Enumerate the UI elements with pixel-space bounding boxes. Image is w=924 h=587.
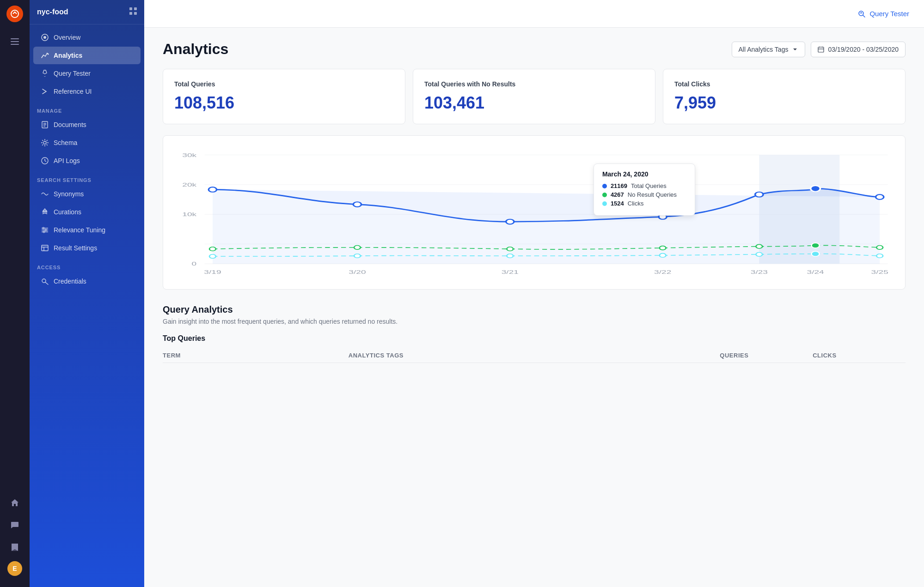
svg-point-0 xyxy=(11,10,18,18)
query-analytics-title: Query Analytics xyxy=(163,304,906,315)
query-analytics-desc: Gain insight into the most frequent quer… xyxy=(163,318,906,325)
icon-bar: E xyxy=(0,0,30,587)
total-clicks-value: 7,959 xyxy=(674,93,894,113)
svg-point-22 xyxy=(45,229,47,231)
date-range-picker[interactable]: 03/19/2020 - 03/25/2020 xyxy=(811,42,906,57)
query-tester-link[interactable]: Query Tester xyxy=(857,10,909,18)
svg-text:20k: 20k xyxy=(182,182,196,188)
col-analytics-tags: Analytics Tags xyxy=(349,352,720,359)
sidebar-result-settings-label: Result Settings xyxy=(54,244,97,252)
sidebar-header: nyc-food xyxy=(30,0,144,24)
svg-rect-2 xyxy=(11,41,19,42)
chat-icon[interactable] xyxy=(6,517,23,533)
sidebar-item-overview[interactable]: Overview xyxy=(33,29,141,46)
sidebar-reference-ui-label: Reference UI xyxy=(54,88,92,95)
sidebar-query-tester-label: Query Tester xyxy=(54,70,91,77)
svg-point-56 xyxy=(876,246,883,250)
svg-text:3/20: 3/20 xyxy=(349,269,366,275)
query-tester-icon xyxy=(857,10,866,18)
svg-rect-24 xyxy=(42,245,48,251)
total-queries-label: Total Queries xyxy=(174,80,394,88)
svg-text:10k: 10k xyxy=(182,212,196,218)
svg-point-51 xyxy=(354,246,361,250)
svg-rect-8 xyxy=(134,12,137,15)
chevron-down-icon xyxy=(792,46,798,53)
col-clicks: Clicks xyxy=(813,352,906,359)
total-clicks-label: Total Clicks xyxy=(674,80,894,88)
content-area: Analytics All Analytics Tags 03/19/20 xyxy=(144,28,924,587)
col-queries: Queries xyxy=(720,352,813,359)
access-section-label: ACCESS xyxy=(30,257,144,272)
svg-point-45 xyxy=(506,219,514,224)
svg-rect-5 xyxy=(129,7,132,10)
svg-point-53 xyxy=(660,246,666,250)
total-queries-value: 108,516 xyxy=(174,93,394,113)
svg-point-21 xyxy=(43,227,44,229)
svg-point-60 xyxy=(660,254,666,258)
sidebar-item-synonyms[interactable]: Synonyms xyxy=(33,185,141,203)
svg-point-11 xyxy=(48,54,49,55)
app-logo[interactable] xyxy=(6,6,23,22)
grid-icon[interactable] xyxy=(129,7,137,17)
hamburger-menu-icon[interactable] xyxy=(6,33,23,50)
sidebar-item-query-tester[interactable]: Query Tester xyxy=(33,65,141,82)
svg-point-61 xyxy=(756,253,762,257)
svg-rect-3 xyxy=(11,44,19,45)
sidebar-item-credentials[interactable]: Credentials xyxy=(33,272,141,290)
svg-point-23 xyxy=(43,231,45,233)
svg-text:3/21: 3/21 xyxy=(502,269,519,275)
topbar: Query Tester xyxy=(144,0,924,28)
home-icon[interactable] xyxy=(6,495,23,511)
analytics-chart: 30k 20k 10k 0 xyxy=(163,135,906,290)
stat-card-no-results: Total Queries with No Results 103,461 xyxy=(413,69,655,124)
sidebar-item-analytics[interactable]: Analytics xyxy=(33,47,141,64)
bookmark-icon[interactable] xyxy=(6,539,23,556)
svg-point-62 xyxy=(811,251,819,256)
no-results-label: Total Queries with No Results xyxy=(424,80,644,88)
svg-point-43 xyxy=(208,187,216,192)
manage-section-label: MANAGE xyxy=(30,101,144,115)
svg-point-59 xyxy=(507,254,513,258)
stats-row: Total Queries 108,516 Total Queries with… xyxy=(163,69,906,124)
sidebar-item-curations[interactable]: Curations xyxy=(33,203,141,221)
sidebar-documents-label: Documents xyxy=(54,121,86,128)
header-controls: All Analytics Tags 03/19/2020 - 03/25/20… xyxy=(732,42,906,57)
no-results-value: 103,461 xyxy=(424,93,644,113)
svg-point-49 xyxy=(876,194,884,200)
sidebar-schema-label: Schema xyxy=(54,139,77,146)
sidebar-item-schema[interactable]: Schema xyxy=(33,134,141,151)
sidebar-overview-label: Overview xyxy=(54,34,80,41)
sidebar-nav: Overview Analytics Query Tester Referenc… xyxy=(30,24,144,294)
svg-rect-6 xyxy=(134,7,137,10)
svg-point-52 xyxy=(507,247,513,251)
svg-point-16 xyxy=(43,141,46,144)
svg-rect-7 xyxy=(129,12,132,15)
sidebar-relevance-tuning-label: Relevance Tuning xyxy=(54,226,105,234)
sidebar-item-result-settings[interactable]: Result Settings xyxy=(33,239,141,257)
svg-rect-29 xyxy=(818,47,824,52)
svg-text:3/24: 3/24 xyxy=(807,269,824,275)
table-header: Term Analytics Tags Queries Clicks xyxy=(163,348,906,363)
calendar-icon xyxy=(818,46,824,53)
app-name: nyc-food xyxy=(37,8,68,16)
sidebar-curations-label: Curations xyxy=(54,208,81,216)
svg-point-47 xyxy=(755,192,763,197)
analytics-tags-dropdown[interactable]: All Analytics Tags xyxy=(732,42,806,57)
analytics-tags-label: All Analytics Tags xyxy=(739,46,789,53)
svg-text:3/22: 3/22 xyxy=(654,269,671,275)
col-term: Term xyxy=(163,352,349,359)
stat-card-total-clicks: Total Clicks 7,959 xyxy=(663,69,906,124)
main-area: Query Tester Analytics All Analytics Tag… xyxy=(144,0,924,587)
svg-point-48 xyxy=(811,186,820,192)
sidebar-item-reference-ui[interactable]: Reference UI xyxy=(33,83,141,100)
svg-point-44 xyxy=(353,202,361,207)
sidebar: nyc-food Overview Analytics xyxy=(30,0,144,587)
sidebar-item-documents[interactable]: Documents xyxy=(33,116,141,133)
svg-rect-1 xyxy=(11,38,19,39)
page-header: Analytics All Analytics Tags 03/19/20 xyxy=(163,41,906,58)
user-avatar[interactable]: E xyxy=(7,561,22,576)
query-tester-label: Query Tester xyxy=(869,10,909,18)
sidebar-credentials-label: Credentials xyxy=(54,278,86,285)
sidebar-item-relevance-tuning[interactable]: Relevance Tuning xyxy=(33,221,141,239)
sidebar-item-api-logs[interactable]: API Logs xyxy=(33,152,141,169)
